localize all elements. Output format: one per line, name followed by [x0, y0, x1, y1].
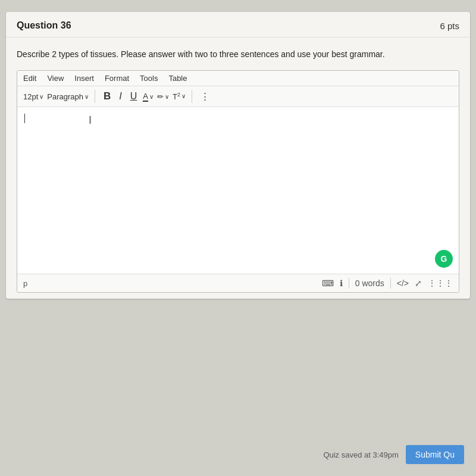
code-view-button[interactable]: </>: [397, 278, 409, 288]
question-pts: 6 pts: [440, 21, 459, 31]
superscript-dropdown[interactable]: T2 ∨: [173, 92, 186, 101]
menu-edit[interactable]: Edit: [23, 74, 36, 83]
grid-button[interactable]: ⋮⋮⋮: [428, 278, 453, 288]
editor-content-area[interactable]: I G: [17, 107, 459, 274]
question-text: Describe 2 types of tissues. Please answ…: [17, 48, 459, 61]
bold-button[interactable]: B: [101, 89, 113, 104]
text-cursor-blink: [24, 114, 25, 123]
superscript-label: T2: [173, 92, 180, 101]
statusbar-right: ⌨ ℹ 0 words </> ⤢ ⋮⋮⋮: [322, 278, 453, 289]
menu-tools[interactable]: Tools: [140, 74, 158, 83]
accessibility-icon[interactable]: ℹ: [340, 278, 343, 288]
toolbar-separator-1: [95, 90, 95, 103]
text-cursor-i: I: [89, 114, 92, 127]
toolbar-separator-2: [192, 90, 192, 103]
word-count: 0 words: [355, 278, 384, 288]
menu-insert[interactable]: Insert: [74, 74, 94, 83]
highlight-icon: ✏: [157, 92, 164, 101]
question-title: Question 36: [17, 20, 71, 31]
menu-table[interactable]: Table: [168, 74, 187, 83]
font-color-chevron: ∨: [149, 93, 154, 100]
font-size-value: 12pt: [23, 92, 38, 101]
word-count-separator: [349, 278, 349, 289]
quiz-saved-text: Quiz saved at 3:49pm: [323, 450, 398, 459]
paragraph-style-dropdown[interactable]: Paragraph ∨: [47, 92, 89, 101]
underline-button[interactable]: U: [128, 90, 140, 103]
font-size-dropdown[interactable]: 12pt ∨: [23, 92, 43, 101]
word-count-separator-2: [390, 278, 391, 289]
highlight-dropdown[interactable]: ✏ ∨: [157, 92, 169, 101]
editor-menubar: Edit View Insert Format Tools Table: [17, 71, 459, 86]
menu-format[interactable]: Format: [105, 74, 129, 83]
superscript-chevron: ∨: [181, 93, 186, 99]
editor-toolbar: 12pt ∨ Paragraph ∨ B I U: [17, 86, 459, 107]
menu-view[interactable]: View: [47, 74, 64, 83]
keyboard-icon[interactable]: ⌨: [322, 278, 334, 288]
question-card: Question 36 6 pts Describe 2 types of ti…: [6, 12, 470, 299]
submit-button[interactable]: Submit Qu: [406, 445, 464, 464]
editor-statusbar: p ⌨ ℹ 0 words </> ⤢ ⋮⋮⋮: [17, 274, 459, 292]
question-header: Question 36 6 pts: [6, 12, 470, 37]
grammarly-button[interactable]: G: [435, 250, 453, 268]
question-body: Describe 2 types of tissues. Please answ…: [6, 37, 470, 299]
paragraph-tag: p: [23, 279, 27, 288]
italic-button[interactable]: I: [117, 90, 124, 103]
font-color-dropdown[interactable]: A ∨: [143, 92, 154, 102]
more-options-button[interactable]: ⋮: [198, 90, 212, 103]
paragraph-style-value: Paragraph: [47, 92, 83, 101]
highlight-chevron: ∨: [165, 93, 169, 100]
editor-container: Edit View Insert Format Tools Table 12pt…: [17, 70, 459, 293]
font-color-label: A: [143, 92, 148, 102]
paragraph-chevron: ∨: [84, 93, 89, 100]
font-size-chevron: ∨: [39, 93, 43, 100]
resize-button[interactable]: ⤢: [415, 278, 422, 288]
